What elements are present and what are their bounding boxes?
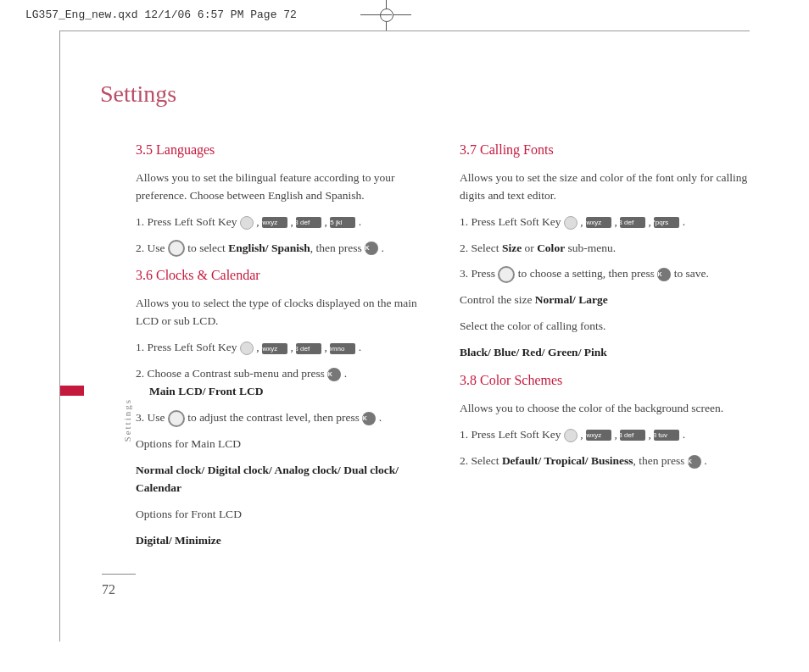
step: 3. Press to choose a setting, then press… xyxy=(460,265,758,283)
nav-key-icon xyxy=(498,266,515,283)
step: 1. Press Left Soft Key , 9wxyz , 3 def ,… xyxy=(136,214,434,231)
page-number: 72 xyxy=(102,582,115,597)
step: 1. Press Left Soft Key , 9wxyz , 3 def ,… xyxy=(460,426,758,444)
ok-key-icon: OK xyxy=(362,412,376,425)
step: 2. Use to select English/ Spanish, then … xyxy=(136,240,434,258)
key-9-icon: 9wxyz xyxy=(586,217,611,228)
options-label: Options for Main LCD xyxy=(136,436,434,453)
step: 2. Select Default/ Tropical/ Business, t… xyxy=(460,453,758,470)
registration-mark xyxy=(380,8,393,22)
section-intro: Allows you to select the type of clocks … xyxy=(136,295,434,330)
select-color: Select the color of calling fonts. xyxy=(460,318,758,336)
step: 1. Press Left Soft Key , 9wxyz , 3 def ,… xyxy=(460,214,758,231)
key-7-icon: 7pqrs xyxy=(654,217,679,228)
side-tab xyxy=(60,386,84,396)
key-9-icon: 9wxyz xyxy=(262,217,287,228)
ok-key-icon: OK xyxy=(657,268,671,281)
left-softkey-icon xyxy=(240,342,254,355)
options-label: Options for Front LCD xyxy=(136,506,434,524)
page-border xyxy=(59,31,60,641)
options-values: Digital/ Minimize xyxy=(136,532,434,550)
section-heading-3-7: 3.7 Calling Fonts xyxy=(460,140,758,161)
crop-mark xyxy=(380,14,392,15)
section-intro: Allows you to choose the color of the ba… xyxy=(460,400,758,418)
step: 2. Choose a Contrast sub-menu and press … xyxy=(136,365,434,401)
ok-key-icon: OK xyxy=(688,455,701,469)
key-8-icon: 8 tuv xyxy=(654,430,679,441)
step: 3. Use to adjust the contrast level, the… xyxy=(136,409,434,427)
document-header: LG357_Eng_new.qxd 12/1/06 6:57 PM Page 7… xyxy=(25,8,297,21)
left-softkey-icon xyxy=(564,429,577,442)
side-label: Settings xyxy=(122,398,132,442)
main-content: 3.5 Languages Allows you to set the bili… xyxy=(136,140,758,558)
key-3-icon: 3 def xyxy=(296,343,321,354)
nav-key-icon xyxy=(168,240,185,257)
left-column: 3.5 Languages Allows you to set the bili… xyxy=(136,140,434,558)
step: 2. Select Size or Color sub-menu. xyxy=(460,240,758,258)
ok-key-icon: OK xyxy=(365,242,378,255)
control-size: Control the size Normal/ Large xyxy=(460,292,758,309)
key-3-icon: 3 def xyxy=(620,217,645,228)
page-border xyxy=(59,31,750,31)
section-intro: Allows you to set the size and color of … xyxy=(460,169,758,205)
section-heading-3-6: 3.6 Clocks & Calendar xyxy=(136,265,434,286)
step: 1. Press Left Soft Key , 9wxyz , 3 def ,… xyxy=(136,339,434,357)
color-options: Black/ Blue/ Red/ Green/ Pink xyxy=(460,344,758,362)
options-values: Normal clock/ Digital clock/ Analog cloc… xyxy=(136,462,434,497)
section-heading-3-8: 3.8 Color Schemes xyxy=(460,370,758,392)
key-9-icon: 9wxyz xyxy=(262,343,287,354)
key-6-icon: 6mno xyxy=(330,343,355,354)
footer-divider xyxy=(102,574,136,575)
left-softkey-icon xyxy=(564,216,577,230)
key-5-icon: 5 jkl xyxy=(330,217,355,228)
ok-key-icon: OK xyxy=(327,368,341,381)
key-3-icon: 3 def xyxy=(296,217,321,228)
nav-key-icon xyxy=(168,410,185,427)
right-column: 3.7 Calling Fonts Allows you to set the … xyxy=(460,140,758,558)
key-9-icon: 9wxyz xyxy=(586,430,611,441)
left-softkey-icon xyxy=(240,216,254,230)
key-3-icon: 3 def xyxy=(620,430,645,441)
chapter-title: Settings xyxy=(100,81,176,108)
section-heading-3-5: 3.5 Languages xyxy=(136,140,434,161)
section-intro: Allows you to set the bilingual feature … xyxy=(136,169,434,205)
